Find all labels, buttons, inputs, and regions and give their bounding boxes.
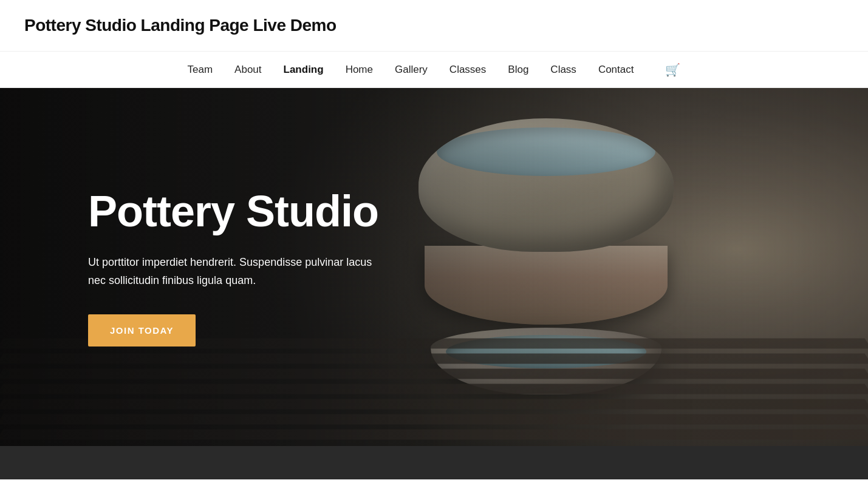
nav-item-landing[interactable]: Landing (284, 64, 324, 76)
nav-link-blog[interactable]: Blog (508, 64, 528, 75)
nav-link-home[interactable]: Home (346, 64, 373, 75)
nav-link-class[interactable]: Class (550, 64, 576, 75)
footer-bar (0, 446, 868, 479)
nav-item-contact[interactable]: Contact (598, 64, 634, 76)
nav-item-team[interactable]: Team (188, 64, 213, 76)
nav-link-team[interactable]: Team (188, 64, 213, 75)
hero-section: Pottery Studio Ut porttitor imperdiet he… (0, 88, 868, 446)
cart-button[interactable]: 🛒 (665, 63, 680, 76)
nav-link-about[interactable]: About (234, 64, 261, 75)
hero-content: Pottery Studio Ut porttitor imperdiet he… (0, 188, 386, 347)
nav-link-classes[interactable]: Classes (449, 64, 486, 75)
nav-item-home[interactable]: Home (346, 64, 373, 76)
nav-item-gallery[interactable]: Gallery (395, 64, 428, 76)
hero-description: Ut porttitor imperdiet hendrerit. Suspen… (88, 254, 386, 289)
nav-item-class[interactable]: Class (550, 64, 576, 76)
nav-link-gallery[interactable]: Gallery (395, 64, 428, 75)
top-bar: Pottery Studio Landing Page Live Demo (0, 0, 868, 52)
nav-item-blog[interactable]: Blog (508, 64, 528, 76)
hero-title: Pottery Studio (88, 188, 386, 235)
cart-icon[interactable]: 🛒 (655, 63, 680, 77)
nav-item-classes[interactable]: Classes (449, 64, 486, 76)
site-title: Pottery Studio Landing Page Live Demo (24, 16, 337, 35)
nav-link-contact[interactable]: Contact (598, 64, 634, 75)
nav-bar: Team About Landing Home Gallery Classes … (0, 52, 868, 88)
nav-items: Team About Landing Home Gallery Classes … (188, 63, 681, 77)
nav-link-landing[interactable]: Landing (284, 64, 324, 75)
nav-item-about[interactable]: About (234, 64, 261, 76)
join-today-button[interactable]: JOIN TODAY (88, 314, 196, 347)
